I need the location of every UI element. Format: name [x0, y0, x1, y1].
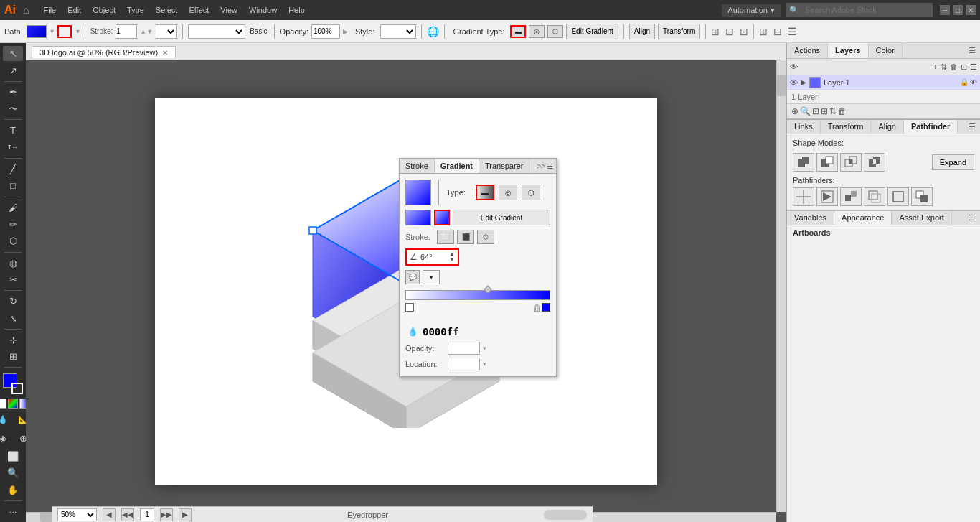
- list-view-icon[interactable]: ⊟: [773, 26, 782, 37]
- curvature-tool[interactable]: 〜: [3, 101, 23, 116]
- layer-row-1[interactable]: 👁 ▶ Layer 1 🔒 👁: [787, 75, 980, 90]
- gradient-preview-thumb[interactable]: [405, 180, 431, 205]
- stroke-opt2[interactable]: ⬛: [457, 230, 474, 244]
- stroke-opt1[interactable]: ⬜: [437, 230, 454, 244]
- angle-input[interactable]: [420, 253, 449, 261]
- color-tab[interactable]: Color: [869, 43, 903, 58]
- more-options-icon[interactable]: ⊡: [740, 26, 748, 37]
- layers-panel-menu[interactable]: ☰: [964, 43, 980, 58]
- layer-visibility-btn[interactable]: 👁: [970, 78, 977, 86]
- layer-mgmt-icon6[interactable]: 🗑: [838, 106, 847, 116]
- pf-minus-back-btn[interactable]: [911, 187, 933, 206]
- menu-select[interactable]: Select: [150, 0, 184, 20]
- opacity-value-input[interactable]: 100%: [448, 342, 480, 355]
- pf-divide-btn[interactable]: [793, 187, 814, 206]
- gradient-stop-white[interactable]: [405, 303, 414, 312]
- location-value-input[interactable]: 100%: [448, 358, 480, 370]
- gradient-btn[interactable]: [19, 399, 26, 409]
- menu-help[interactable]: Help: [283, 0, 311, 20]
- stroke-color-swatch[interactable]: [57, 25, 72, 38]
- next-page-btn[interactable]: ▶: [179, 508, 192, 521]
- paintbrush-tool[interactable]: 🖌: [3, 200, 23, 215]
- gradient-linear-btn[interactable]: ▬: [510, 25, 526, 38]
- menu-file[interactable]: File: [37, 0, 62, 20]
- pf-trim-btn[interactable]: [816, 187, 838, 206]
- color-btn[interactable]: [8, 399, 18, 409]
- edit-gradient-toolbar-btn[interactable]: Edit Gradient: [566, 24, 618, 39]
- page-input[interactable]: [140, 508, 154, 521]
- free-transform-tool[interactable]: ⊹: [3, 332, 23, 348]
- pf-exclude-btn[interactable]: [864, 153, 885, 172]
- align-toolbar-btn[interactable]: Align: [629, 24, 655, 39]
- hand-tool[interactable]: ✋: [3, 482, 23, 497]
- menu-object[interactable]: Object: [87, 0, 121, 20]
- gradient-radial-btn[interactable]: ◎: [529, 25, 545, 38]
- scale-tool[interactable]: ⤡: [3, 310, 23, 325]
- desc-chevron[interactable]: ▾: [423, 270, 440, 284]
- menu-effect[interactable]: Effect: [183, 0, 215, 20]
- pencil-tool[interactable]: ✏: [3, 217, 23, 232]
- util-tabs-menu[interactable]: ☰: [964, 211, 980, 225]
- actions-tab[interactable]: Actions: [787, 43, 828, 58]
- gradient-stop-blue[interactable]: [542, 303, 550, 312]
- minimize-button[interactable]: ─: [940, 5, 950, 15]
- stroke-options-select[interactable]: [156, 24, 177, 39]
- layers-tab[interactable]: Layers: [828, 43, 868, 58]
- more-tools-btn[interactable]: ···: [3, 504, 23, 519]
- freeform-gradient-btn[interactable]: ⬡: [522, 185, 540, 200]
- layer-lock-btn[interactable]: 🔒: [960, 78, 969, 86]
- pathfinder-tab[interactable]: Pathfinder: [904, 120, 958, 134]
- shape-builder-tool[interactable]: ⊞: [3, 349, 23, 364]
- pf-merge-btn[interactable]: [840, 187, 862, 206]
- close-button[interactable]: ✕: [966, 5, 976, 15]
- style-select[interactable]: [380, 24, 416, 39]
- location-chevron[interactable]: ▾: [483, 360, 486, 368]
- appearance-tab[interactable]: Appearance: [834, 211, 892, 225]
- maximize-button[interactable]: □: [953, 5, 963, 15]
- panel-menu-icon[interactable]: ☰: [788, 26, 797, 37]
- pf-unite-btn[interactable]: [793, 153, 814, 172]
- vertical-scrollbar[interactable]: [776, 60, 786, 512]
- gradient-delete-btn[interactable]: 🗑: [533, 303, 542, 313]
- gradient-freeform-btn[interactable]: ⬡: [547, 25, 563, 38]
- layer-mgmt-icon5[interactable]: ⇅: [829, 106, 837, 116]
- layer-mgmt-icon1[interactable]: ⊕: [791, 106, 798, 116]
- arrange-icon[interactable]: ⊞: [711, 26, 720, 37]
- document-tab[interactable]: 3D logo.ai @ 50% (RGB/Preview) ✕: [32, 46, 176, 58]
- pf-minus-front-btn[interactable]: [816, 153, 838, 172]
- type-tool[interactable]: T: [3, 123, 23, 138]
- rotate-tool[interactable]: ↻: [3, 294, 23, 309]
- blend-tool[interactable]: ⊕: [14, 430, 26, 447]
- grid-view-icon[interactable]: ⊞: [759, 26, 768, 37]
- pathfinder-menu[interactable]: ☰: [964, 120, 980, 134]
- opacity-input[interactable]: [311, 24, 340, 39]
- transform-tab[interactable]: Transform: [821, 120, 872, 134]
- touch-type-tool[interactable]: T↔: [3, 140, 23, 155]
- automation-button[interactable]: Automation ▾: [722, 4, 781, 17]
- gradient-stroke-indicator[interactable]: [434, 210, 450, 225]
- transparer-tab[interactable]: Transparer: [479, 159, 529, 173]
- document-tab-close[interactable]: ✕: [162, 49, 168, 57]
- layer-mgmt-icon2[interactable]: 🔍: [800, 106, 811, 116]
- eraser-tool[interactable]: ◍: [3, 255, 23, 270]
- asset-export-tab[interactable]: Asset Export: [892, 211, 951, 225]
- pf-intersect-btn[interactable]: [840, 153, 862, 172]
- layer-expand-btn[interactable]: ▶: [801, 78, 806, 86]
- layer-mgmt-icon4[interactable]: ⊞: [821, 106, 828, 116]
- scroll-thumb[interactable]: [777, 75, 786, 96]
- desc-icon[interactable]: 💬: [405, 270, 420, 284]
- rect-tool[interactable]: □: [3, 178, 23, 193]
- layer-eye-btn[interactable]: 👁: [790, 78, 798, 87]
- gradient-thumb-small[interactable]: [405, 210, 431, 225]
- stroke-profile-select[interactable]: [188, 24, 245, 39]
- panel-menu-btn[interactable]: ☰: [547, 162, 553, 170]
- globe-icon[interactable]: 🌐: [427, 26, 439, 37]
- last-page-btn[interactable]: ▶▶: [160, 508, 173, 521]
- direct-selection-tool[interactable]: ↗: [3, 62, 23, 78]
- layers-delete-icon[interactable]: 🗑: [950, 62, 958, 71]
- gradient-tool[interactable]: ◈: [0, 430, 12, 447]
- pen-tool[interactable]: ✒: [3, 85, 23, 100]
- line-tool[interactable]: ╱: [3, 162, 23, 177]
- opacity-chevron[interactable]: ▾: [483, 345, 486, 352]
- shaper-tool[interactable]: ⬡: [3, 233, 23, 248]
